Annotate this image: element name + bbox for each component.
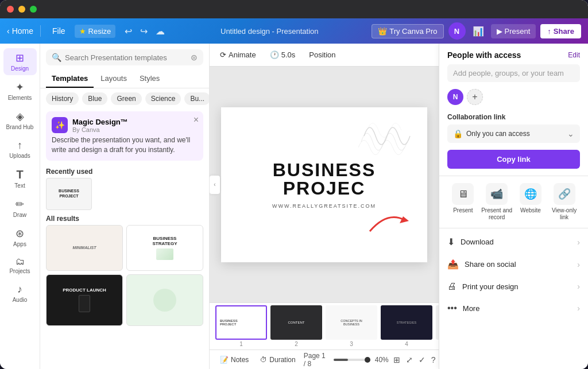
share-button[interactable]: ↑ Share bbox=[540, 24, 581, 38]
design-icon: ⊞ bbox=[16, 52, 24, 64]
sidebar-item-projects[interactable]: 🗂 Projects bbox=[3, 253, 37, 278]
sidebar-item-draw[interactable]: ✏ Draw bbox=[3, 195, 37, 222]
sidebar-item-design[interactable]: ⊞ Design bbox=[3, 48, 37, 75]
main-area: ⊞ Design ✦ Elements ◈ Brand Hub ↑ Upload… bbox=[0, 44, 588, 369]
titlebar bbox=[0, 0, 588, 18]
result-thumb-2[interactable]: Product Launch bbox=[46, 274, 123, 326]
sidebar-text-label: Text bbox=[14, 182, 25, 189]
notes-button[interactable]: 📝 Notes bbox=[216, 354, 252, 366]
tab-row: Templates Layouts Styles bbox=[40, 70, 209, 88]
sidebar-elements-label: Elements bbox=[8, 95, 32, 101]
share-list-print[interactable]: 🖨 Print your design › bbox=[439, 275, 588, 297]
page-progress-bar[interactable] bbox=[334, 359, 370, 361]
progress-dot bbox=[365, 357, 370, 363]
share-list-more[interactable]: ••• More › bbox=[439, 297, 588, 319]
collab-chevron-icon[interactable]: ⌄ bbox=[567, 129, 574, 138]
close-window-button[interactable] bbox=[7, 6, 14, 13]
wave-decoration bbox=[358, 113, 416, 161]
check-button[interactable]: ✓ bbox=[417, 354, 427, 366]
recent-thumb-0[interactable]: BUSINESSPROJECT bbox=[46, 178, 92, 210]
canvas-main: ‹ BUSINESS PROJEC WWW.RE bbox=[210, 67, 439, 302]
notes-icon: 📝 bbox=[220, 356, 229, 364]
duration-bottom-button[interactable]: ⏱ Duration bbox=[257, 354, 299, 366]
social-icon: 📤 bbox=[447, 259, 459, 270]
fullscreen-button[interactable]: ⤢ bbox=[405, 354, 414, 366]
sidebar-item-apps[interactable]: ⊛ Apps bbox=[3, 224, 37, 251]
filter-green[interactable]: Green bbox=[111, 92, 141, 105]
share-edit-link[interactable]: Edit bbox=[568, 51, 580, 59]
share-action-website[interactable]: 🌐 Website bbox=[515, 183, 547, 221]
position-button[interactable]: Position bbox=[305, 48, 339, 61]
slide-thumb-item-3[interactable]: STRATEGIES 4 bbox=[381, 305, 432, 347]
home-label: Home bbox=[12, 26, 33, 36]
analytics-button[interactable]: 📊 bbox=[470, 24, 486, 39]
panel-collapse-handle[interactable]: ‹ bbox=[210, 176, 220, 194]
share-action-view-only-link[interactable]: 🔗 View-only link bbox=[548, 183, 580, 221]
copy-link-button[interactable]: Copy link bbox=[447, 150, 580, 169]
sidebar-item-audio[interactable]: ♪ Audio bbox=[3, 280, 37, 306]
share-action-record[interactable]: 📹 Present and record bbox=[481, 183, 513, 221]
resize-button[interactable]: ★ Resize bbox=[75, 25, 116, 38]
cloud-save-button[interactable]: ☁ bbox=[153, 24, 167, 39]
sidebar-item-brand-hub[interactable]: ◈ Brand Hub bbox=[3, 107, 37, 134]
share-action-present[interactable]: 🖥 Present bbox=[447, 183, 479, 221]
tab-styles[interactable]: Styles bbox=[134, 70, 165, 88]
minimize-window-button[interactable] bbox=[18, 6, 25, 13]
magic-design-description: Describe the presentation you want, and … bbox=[52, 135, 198, 155]
slide-thumb-item-0[interactable]: BUSINESSPROJECT 1 bbox=[215, 305, 267, 347]
search-bar[interactable]: 🔍 ⊜ bbox=[46, 49, 203, 65]
sidebar-item-text[interactable]: T Text bbox=[3, 165, 37, 192]
filter-history[interactable]: History bbox=[46, 92, 79, 105]
filter-blue[interactable]: Blue bbox=[82, 92, 107, 105]
tab-layouts[interactable]: Layouts bbox=[95, 70, 133, 88]
help-button[interactable]: ? bbox=[430, 354, 437, 366]
share-list-social[interactable]: 📤 Share on social › bbox=[439, 253, 588, 275]
result-thumb-3[interactable] bbox=[126, 274, 203, 326]
slide-thumb-3: STRATEGIES bbox=[381, 305, 432, 340]
brand-hub-icon: ◈ bbox=[16, 110, 24, 123]
filter-icon[interactable]: ⊜ bbox=[191, 53, 198, 62]
maximize-window-button[interactable] bbox=[30, 6, 37, 13]
slide-thumb-item-1[interactable]: CONTENT 2 bbox=[270, 305, 322, 347]
present-button[interactable]: ▶ Present bbox=[491, 24, 536, 38]
undo-button[interactable]: ↩ bbox=[122, 24, 134, 39]
collab-link-row[interactable]: 🔒 Only you can access ⌄ bbox=[447, 125, 580, 143]
present-action-icon: 🖥 bbox=[452, 183, 474, 205]
result-decoration-2 bbox=[79, 295, 90, 312]
grid-view-button[interactable]: ⊞ bbox=[392, 354, 401, 366]
download-icon: ⬇ bbox=[447, 236, 455, 247]
tab-templates[interactable]: Templates bbox=[46, 70, 94, 88]
toolbar-divider-1 bbox=[40, 25, 41, 37]
try-canva-pro-button[interactable]: 👑 Try Canva Pro bbox=[372, 24, 443, 38]
slide-thumb-item-2[interactable]: CONCEPTS INBUSINESS 3 bbox=[326, 305, 377, 347]
sidebar-uploads-label: Uploads bbox=[9, 153, 30, 159]
sidebar-projects-label: Projects bbox=[9, 268, 30, 274]
duration-button[interactable]: 🕐 5.0s bbox=[266, 48, 299, 61]
share-list-print-left: 🖨 Print your design bbox=[447, 281, 519, 292]
file-menu[interactable]: File bbox=[48, 24, 70, 38]
duration-label: 5.0s bbox=[281, 51, 296, 59]
share-list-download[interactable]: ⬇ Download › bbox=[439, 231, 588, 253]
animate-button[interactable]: ⟳ Animate bbox=[216, 48, 260, 61]
magic-close-button[interactable]: × bbox=[194, 115, 199, 125]
sidebar-item-elements[interactable]: ✦ Elements bbox=[3, 77, 37, 104]
slide-thumb-1: CONTENT bbox=[270, 305, 322, 340]
search-input[interactable] bbox=[65, 53, 187, 62]
filter-bu[interactable]: Bu... bbox=[184, 92, 209, 105]
user-avatar-button[interactable]: N bbox=[448, 22, 466, 40]
slide-title-line1: BUSINESS bbox=[272, 161, 376, 179]
share-add-avatar-button[interactable]: + bbox=[467, 89, 483, 105]
share-add-people-input[interactable]: Add people, groups, or your team bbox=[447, 64, 580, 82]
share-panel-title: People with access bbox=[447, 51, 521, 60]
result-thumb-inner-1: BusinessStrategy bbox=[127, 226, 203, 270]
document-title: Untitled design - Presentation bbox=[220, 27, 319, 36]
result-thumb-1[interactable]: BusinessStrategy bbox=[126, 225, 203, 271]
filter-science[interactable]: Science bbox=[145, 92, 181, 105]
result-thumb-0[interactable]: MINIMALIST bbox=[46, 225, 123, 271]
share-divider-2 bbox=[439, 228, 588, 228]
share-user-avatar: N bbox=[447, 89, 463, 105]
home-nav[interactable]: ‹ Home bbox=[7, 26, 33, 36]
elements-icon: ✦ bbox=[16, 81, 24, 94]
sidebar-item-uploads[interactable]: ↑ Uploads bbox=[3, 136, 37, 162]
redo-button[interactable]: ↪ bbox=[138, 24, 150, 39]
